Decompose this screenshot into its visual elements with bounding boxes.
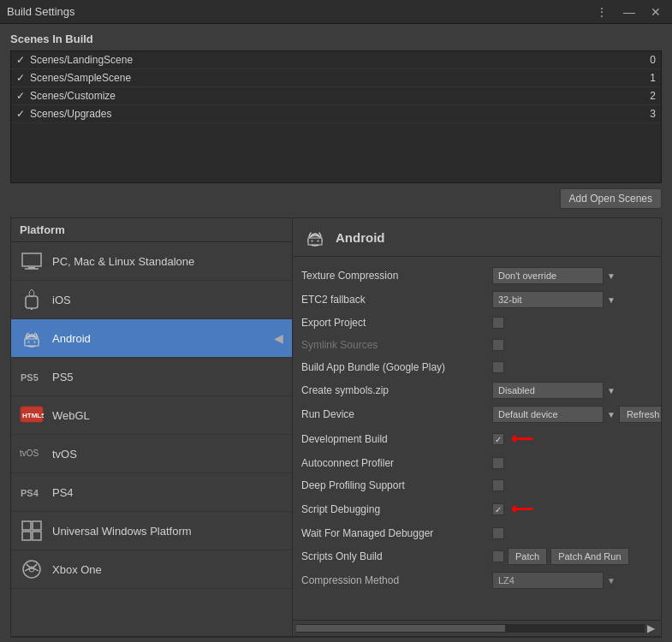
platform-panel: Platform PC, Mac & Linux Standalone xyxy=(10,217,293,637)
close-icon[interactable]: ✕ xyxy=(646,3,665,21)
script-debugging-checkbox[interactable] xyxy=(492,503,504,515)
svg-line-13 xyxy=(34,333,35,335)
texture-compression-label: Texture Compression xyxy=(301,270,485,282)
development-build-checkbox[interactable] xyxy=(492,433,504,445)
android-selected-arrow: ◀ xyxy=(274,331,283,345)
platform-label-tvos: tvOS xyxy=(52,448,77,461)
platform-label-ps4: PS4 xyxy=(52,486,74,499)
scripts-only-build-checkbox[interactable] xyxy=(492,550,504,562)
tvos-icon: tvOS xyxy=(20,442,44,466)
svg-text:PS4: PS4 xyxy=(21,488,39,498)
scene-row-0[interactable]: ✓ Scenes/LandingScene 0 xyxy=(11,51,661,69)
scripts-only-build-row: Scripts Only Build Patch Patch And Run xyxy=(293,544,661,568)
create-symbols-zip-value: Disabled ▼ xyxy=(492,382,652,399)
platform-item-webgl[interactable]: HTML5 WebGL xyxy=(11,396,292,435)
platform-label-webgl: WebGL xyxy=(52,409,90,422)
scene-name-0: Scenes/LandingScene xyxy=(30,54,133,66)
svg-text:PS5: PS5 xyxy=(21,372,39,383)
scene-row-2[interactable]: ✓ Scenes/Customize 2 xyxy=(11,87,661,105)
settings-platform-title: Android xyxy=(336,230,385,245)
wait-for-debugger-label: Wait For Managed Debugger xyxy=(301,527,485,539)
platform-item-pc[interactable]: PC, Mac & Linux Standalone xyxy=(11,242,292,281)
add-open-scenes-button[interactable]: Add Open Scenes xyxy=(560,188,662,209)
wait-for-debugger-checkbox[interactable] xyxy=(492,527,504,539)
run-device-value: Default device ▼ Refresh xyxy=(492,406,661,423)
compression-method-dropdown[interactable]: LZ4 xyxy=(492,572,604,589)
platform-item-ps5[interactable]: PS5 PS5 xyxy=(11,358,292,396)
etc2-fallback-label: ETC2 fallback xyxy=(301,294,485,306)
autoconnect-profiler-checkbox[interactable] xyxy=(492,457,504,469)
scene-check-3: ✓ xyxy=(16,108,25,120)
horiz-scroll-thumb xyxy=(296,625,505,632)
minimize-icon[interactable]: — xyxy=(619,3,639,21)
wait-for-debugger-row: Wait For Managed Debugger xyxy=(293,522,661,544)
uwp-icon xyxy=(20,519,44,543)
android-header-icon xyxy=(303,225,327,249)
scripts-only-build-value: Patch Patch And Run xyxy=(492,548,652,565)
scene-num-0: 0 xyxy=(650,54,656,66)
export-project-value xyxy=(492,317,652,329)
script-debugging-label: Script Debugging xyxy=(301,503,485,515)
svg-rect-6 xyxy=(25,339,39,346)
scenes-header: Scenes In Build xyxy=(10,33,662,45)
ios-icon xyxy=(20,288,44,312)
xbox-icon xyxy=(20,557,44,581)
menu-icon[interactable]: ⋮ xyxy=(592,3,612,21)
etc2-fallback-dropdown[interactable]: 32-bit xyxy=(492,291,604,308)
script-debugging-arrow: ⟵ xyxy=(511,500,533,519)
platform-item-xbox[interactable]: Xbox One xyxy=(11,550,292,589)
svg-rect-22 xyxy=(33,532,41,540)
ps4-icon: PS4 xyxy=(20,480,44,504)
texture-compression-arrow: ▼ xyxy=(607,271,616,281)
scroll-right-button[interactable]: ▶ xyxy=(645,622,657,634)
deep-profiling-checkbox[interactable] xyxy=(492,479,504,491)
symbols-zip-arrow: ▼ xyxy=(607,386,616,395)
deep-profiling-row: Deep Profiling Support xyxy=(293,474,661,496)
settings-header: Android xyxy=(293,218,661,257)
platform-label-pc: PC, Mac & Linux Standalone xyxy=(52,255,194,268)
svg-text:HTML5: HTML5 xyxy=(22,412,44,419)
development-build-row: Development Build ⟵ xyxy=(293,426,661,452)
build-app-bundle-checkbox[interactable] xyxy=(492,361,504,373)
autoconnect-profiler-value xyxy=(492,457,652,469)
scene-num-3: 3 xyxy=(650,108,656,120)
horizontal-scrollbar[interactable] xyxy=(296,624,645,633)
window-title: Build Settings xyxy=(7,5,75,18)
svg-line-12 xyxy=(28,333,29,335)
create-symbols-zip-dropdown[interactable]: Disabled xyxy=(492,382,604,399)
symlink-sources-value xyxy=(492,339,652,351)
patch-and-run-button[interactable]: Patch And Run xyxy=(550,548,628,565)
etc2-fallback-value: 32-bit ▼ xyxy=(492,291,652,308)
compression-method-label: Compression Method xyxy=(301,574,485,586)
main-content: Scenes In Build ✓ Scenes/LandingScene 0 … xyxy=(0,24,672,642)
texture-compression-dropdown[interactable]: Don't override xyxy=(492,267,604,284)
refresh-button[interactable]: Refresh xyxy=(619,406,661,423)
platform-item-android[interactable]: Android ◀ xyxy=(11,319,292,358)
wait-for-debugger-value xyxy=(492,527,652,539)
compression-method-value: LZ4 ▼ xyxy=(492,572,652,589)
create-symbols-zip-row: Create symbols.zip Disabled ▼ xyxy=(293,378,661,402)
scene-check-1: ✓ xyxy=(16,72,25,84)
platform-label-ios: iOS xyxy=(52,294,71,306)
scene-row-1[interactable]: ✓ Scenes/SampleScene 1 xyxy=(11,69,661,87)
texture-compression-row: Texture Compression Don't override ▼ xyxy=(293,264,661,288)
platform-item-ios[interactable]: iOS xyxy=(11,281,292,319)
run-device-arrow: ▼ xyxy=(607,410,616,419)
platform-item-ps4[interactable]: PS4 PS4 xyxy=(11,473,292,512)
platform-item-tvos[interactable]: tvOS tvOS xyxy=(11,435,292,473)
settings-panel: Android Texture Compression Don't overri… xyxy=(293,217,662,637)
svg-rect-21 xyxy=(22,532,31,540)
autoconnect-profiler-row: Autoconnect Profiler xyxy=(293,452,661,474)
svg-rect-0 xyxy=(22,253,41,266)
platform-item-uwp[interactable]: Universal Windows Platform xyxy=(11,512,292,550)
svg-point-8 xyxy=(28,342,30,343)
compression-method-row: Compression Method LZ4 ▼ xyxy=(293,568,661,592)
bottom-area: Platform PC, Mac & Linux Standalone xyxy=(10,217,662,637)
export-project-checkbox[interactable] xyxy=(492,317,504,329)
add-open-scenes-row: Add Open Scenes xyxy=(10,188,662,209)
run-device-dropdown[interactable]: Default device xyxy=(492,406,604,423)
scene-row-3[interactable]: ✓ Scenes/Upgrades 3 xyxy=(11,105,661,123)
patch-button[interactable]: Patch xyxy=(508,548,547,565)
development-build-label: Development Build xyxy=(301,433,485,445)
svg-point-28 xyxy=(312,241,313,242)
